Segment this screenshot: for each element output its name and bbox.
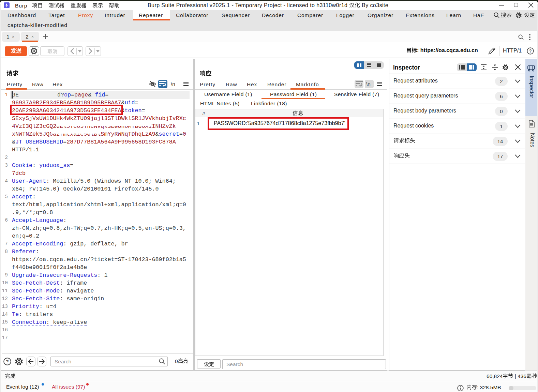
svg-text:?: ? — [529, 49, 532, 54]
svg-text:?: ? — [6, 359, 9, 364]
